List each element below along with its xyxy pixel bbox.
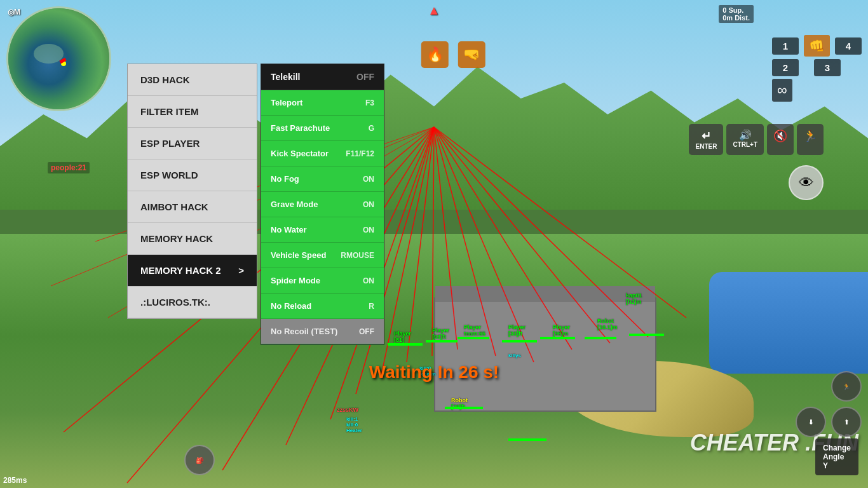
- submenu-kickspectator[interactable]: Kick Spectator F11/F12: [261, 141, 384, 166]
- submenu-gravemode[interactable]: Grave Mode ON: [261, 192, 384, 217]
- submenu-spidermode[interactable]: Spider Mode ON: [261, 268, 384, 294]
- sidebar-item-d3dhack[interactable]: D3D HACK: [128, 64, 257, 96]
- people-counter: people:21: [48, 162, 90, 173]
- player-label: Robot[10.1]m: [597, 318, 618, 330]
- loot-icon-box: 🤜: [458, 41, 485, 68]
- eye-button[interactable]: 👁: [789, 165, 824, 200]
- kill-label: kill:1kill:0Heater: [346, 416, 362, 433]
- player-health-bar: [426, 340, 458, 342]
- submenu-title: Telekill: [271, 72, 300, 82]
- player-health-bar: [458, 337, 489, 339]
- building-roof: [435, 286, 655, 302]
- top-direction-marker: ▲: [428, 3, 440, 18]
- submenu-teleport[interactable]: Teleport F3: [261, 90, 384, 116]
- submenu-fastparachute[interactable]: Fast Parachute G: [261, 116, 384, 141]
- player-label: Player[81]: [394, 330, 411, 343]
- sidebar-item-memoryhack2[interactable]: MEMORY HACK 2 >: [128, 255, 257, 287]
- player-health-bar: [502, 340, 537, 342]
- player-label: Player[98]m: [553, 324, 570, 337]
- sup-dist-display: 0 Sup. 0m Dist.: [719, 5, 754, 23]
- sidebar-item-esplayer[interactable]: ESP PLAYER: [128, 128, 257, 159]
- stat-4: 4: [835, 37, 862, 55]
- action-btn-run[interactable]: 🏃: [831, 371, 862, 402]
- fist-icon-box: 👊: [804, 35, 830, 57]
- submenu-nowater[interactable]: No Water ON: [261, 217, 384, 243]
- minimap: [6, 6, 111, 111]
- eye-icon: 👁: [799, 174, 814, 192]
- sidebar-item-memoryhack[interactable]: MEMORY HACK: [128, 223, 257, 255]
- fist-icon: 👊: [809, 39, 825, 53]
- ctrl-t-button[interactable]: 🔊 CTRL+T: [726, 124, 764, 155]
- submenu-status: OFF: [356, 72, 374, 82]
- mute-button[interactable]: 🔇: [767, 124, 794, 155]
- sidebar-item-luciros[interactable]: .:LUCIROS.TK:.: [128, 287, 257, 318]
- countdown-display: Waiting In 26 s!: [369, 362, 499, 383]
- building: [434, 297, 656, 412]
- player-label: Player[33]ft: [508, 324, 526, 337]
- hack-submenu: Telekill OFF Teleport F3 Fast Parachute …: [261, 64, 384, 345]
- action-btn-prone[interactable]: ⬇: [796, 407, 826, 437]
- submenu-header: Telekill OFF: [261, 64, 384, 90]
- action-btn-bag[interactable]: 🎒: [184, 445, 215, 475]
- player-health-bar: [388, 343, 423, 346]
- player-health-bar: [629, 334, 664, 336]
- ctrl-buttons-area: ↵ ENTER 🔊 CTRL+T 🔇 🏃: [689, 124, 824, 155]
- change-angle-button[interactable]: ChangeAngleY: [815, 438, 858, 475]
- player-health-bar: [585, 337, 616, 339]
- player-health-bar: [508, 438, 546, 441]
- stat-3: 3: [814, 59, 841, 76]
- player-label: kap01[h2]m: [626, 292, 642, 305]
- stat-1: 1: [772, 37, 799, 55]
- action-btn-jump[interactable]: ⬆: [831, 407, 862, 437]
- stat-2: 2: [772, 59, 799, 76]
- player-label: Playerteam:65: [464, 324, 485, 337]
- player-label: zzssKW: [337, 407, 358, 413]
- om-label: ◎M: [8, 8, 20, 17]
- enter-button[interactable]: ↵ ENTER: [689, 124, 723, 155]
- submenu-norecoil[interactable]: No Recoil (TEST) OFF: [261, 319, 384, 344]
- kill-label: killys: [508, 353, 521, 358]
- sidebar-item-espworld[interactable]: ESP WORLD: [128, 159, 257, 191]
- arrow-icon: >: [238, 265, 244, 276]
- sidebar-item-aimbot[interactable]: AIMBOT HACK: [128, 191, 257, 223]
- water-area: [709, 272, 868, 374]
- sidebar-item-filteritem[interactable]: FILTER ITEM: [128, 96, 257, 128]
- ping-display: 285ms: [3, 476, 27, 485]
- fire-icon-box: 🔥: [421, 41, 449, 68]
- player-health-bar: [540, 337, 575, 339]
- infinity-icon: ∞: [772, 79, 792, 102]
- run-button[interactable]: 🏃: [797, 124, 824, 155]
- submenu-vehiclespeed[interactable]: Vehicle Speed RMOUSE: [261, 243, 384, 268]
- hack-sidebar: D3D HACK FILTER ITEM ESP PLAYER ESP WORL…: [127, 64, 257, 319]
- player-label: Player[93]ft: [432, 327, 449, 340]
- player-health-bar: [445, 407, 483, 409]
- submenu-nofog[interactable]: No Fog ON: [261, 166, 384, 192]
- submenu-noreload[interactable]: No Reload R: [261, 294, 384, 319]
